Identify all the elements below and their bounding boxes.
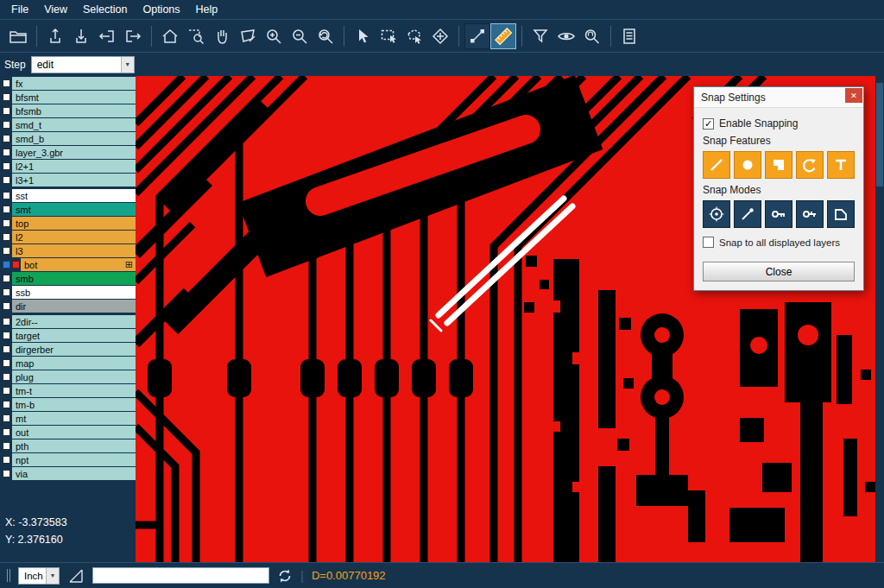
layer-row-layer_3.gbr[interactable]: layer_3.gbr	[0, 146, 136, 159]
layer-visibility-checkbox[interactable]	[3, 345, 10, 353]
layer-visibility-checkbox[interactable]	[3, 387, 10, 395]
layer-row-ssb[interactable]: ssb	[0, 286, 136, 299]
layer-row-via[interactable]: via	[0, 467, 136, 480]
view-options-button[interactable]	[553, 23, 579, 49]
layer-name-label[interactable]: l2	[12, 231, 136, 243]
command-input[interactable]	[92, 567, 269, 584]
angle-tool-icon[interactable]	[67, 567, 85, 585]
layer-name-label[interactable]: fx	[12, 77, 136, 90]
zoom-in-button[interactable]	[261, 23, 287, 49]
layer-visibility-checkbox[interactable]	[3, 428, 10, 436]
snap-dialog-titlebar[interactable]: Snap Settings	[694, 87, 863, 108]
layer-visibility-checkbox[interactable]	[3, 414, 10, 422]
snap-all-layers-checkbox[interactable]	[703, 237, 714, 248]
layer-name-label[interactable]: smd_t	[12, 118, 136, 131]
layer-visibility-checkbox[interactable]	[3, 149, 10, 156]
layer-name-label[interactable]: out	[12, 426, 136, 439]
layer-visibility-checkbox[interactable]	[3, 442, 10, 450]
layer-row-bfsmt[interactable]: bfsmt	[0, 91, 136, 104]
inspect-button[interactable]	[579, 23, 605, 49]
open-button[interactable]	[5, 23, 31, 49]
export-right-button[interactable]	[120, 23, 146, 49]
layer-row-l2+1[interactable]: l2+1	[0, 160, 136, 173]
layer-name-label[interactable]: npt	[12, 453, 136, 466]
layer-visibility-checkbox[interactable]	[3, 318, 10, 326]
layer-name-label[interactable]: tm-t	[12, 384, 136, 397]
layer-visibility-checkbox[interactable]	[3, 176, 10, 184]
transform-button[interactable]	[427, 23, 453, 49]
import-left-button[interactable]	[94, 23, 120, 49]
import-down-button[interactable]	[68, 23, 94, 49]
pan-button[interactable]	[209, 23, 235, 49]
layer-row-l2[interactable]: l2	[0, 231, 136, 243]
export-up-button[interactable]	[42, 23, 68, 49]
snap-close-button[interactable]: Close	[703, 262, 855, 281]
layer-visibility-checkbox[interactable]	[3, 332, 10, 339]
layer-visibility-checkbox[interactable]	[3, 275, 10, 282]
layer-visibility-checkbox[interactable]	[3, 93, 10, 101]
select-polygon-button[interactable]	[401, 23, 427, 49]
layer-visibility-checkbox[interactable]	[3, 162, 10, 170]
step-select[interactable]: edit ▼	[31, 56, 135, 73]
layer-row-sst[interactable]: sst	[0, 189, 136, 202]
layer-visibility-checkbox[interactable]	[3, 302, 10, 310]
layer-row-bot[interactable]: bot⊞	[0, 258, 136, 271]
select-rectangle-button[interactable]	[376, 23, 401, 49]
layer-name-label[interactable]: smb	[12, 272, 136, 285]
menu-view[interactable]: View	[36, 0, 75, 19]
unit-select[interactable]: Inch ▼	[18, 567, 60, 585]
layer-row-fx[interactable]: fx	[0, 77, 136, 90]
layer-name-label[interactable]: map	[12, 357, 136, 370]
layer-row-l3[interactable]: l3	[0, 244, 136, 257]
layer-visibility-checkbox[interactable]	[3, 107, 10, 115]
layer-name-label[interactable]: pth	[12, 439, 136, 452]
layer-name-label[interactable]: dirgerber	[12, 343, 136, 356]
layer-row-smb[interactable]: smb	[0, 272, 136, 285]
layer-visibility-checkbox[interactable]	[3, 79, 10, 87]
layer-row-tm-t[interactable]: tm-t	[0, 384, 136, 397]
layer-row-smd_t[interactable]: smd_t	[0, 118, 136, 131]
pcb-canvas[interactable]: Snap Settings ✕ ✓ Enable Snapping Snap F…	[136, 76, 884, 562]
layer-name-label[interactable]: ssb	[12, 286, 136, 299]
layer-name-label[interactable]: plug	[12, 370, 136, 383]
layer-row-smd_b[interactable]: smd_b	[0, 132, 136, 145]
snap-feature-surface-button[interactable]	[765, 151, 792, 179]
enable-snapping-checkbox[interactable]: ✓	[703, 118, 714, 130]
layer-row-plug[interactable]: plug	[0, 370, 136, 383]
layer-row-smt[interactable]: smt	[0, 203, 136, 216]
layer-row-2dir--[interactable]: 2dir--	[0, 315, 136, 328]
snap-feature-pad-button[interactable]	[734, 151, 761, 179]
layer-visibility-checkbox[interactable]	[3, 121, 10, 129]
snap-mode-key-vertical-button[interactable]	[796, 200, 824, 228]
snap-mode-key-horizontal-button[interactable]	[765, 200, 792, 228]
snap-mode-center-button[interactable]	[703, 200, 730, 228]
refresh-icon[interactable]	[277, 568, 293, 584]
layer-visibility-checkbox[interactable]	[3, 205, 10, 213]
line-tool-button[interactable]	[464, 23, 490, 49]
snap-mode-profile-button[interactable]	[827, 200, 855, 228]
layer-visibility-checkbox[interactable]	[3, 401, 10, 408]
layer-name-label[interactable]: mt	[12, 412, 136, 425]
layer-row-mt[interactable]: mt	[0, 412, 136, 425]
layer-name-label[interactable]: layer_3.gbr	[12, 146, 136, 159]
layer-visibility-checkbox[interactable]	[3, 456, 10, 464]
layer-visibility-checkbox[interactable]	[3, 373, 10, 381]
layer-name-label[interactable]: bfsmt	[12, 91, 136, 104]
close-icon[interactable]: ✕	[845, 88, 862, 103]
report-button[interactable]	[616, 23, 642, 49]
layer-visibility-checkbox[interactable]	[3, 470, 10, 477]
layer-row-target[interactable]: target	[0, 329, 136, 342]
layer-name-label[interactable]: l3+1	[12, 174, 136, 187]
menu-file[interactable]: File	[3, 0, 36, 19]
layer-row-dirgerber[interactable]: dirgerber	[0, 343, 136, 356]
layer-visibility-checkbox[interactable]	[3, 135, 10, 142]
layer-name-label[interactable]: 2dir--	[12, 315, 136, 328]
layer-name-label[interactable]: bot⊞	[21, 258, 136, 271]
scrollbar-thumb[interactable]	[876, 83, 883, 187]
layer-name-label[interactable]: l2+1	[12, 160, 136, 173]
filter-button[interactable]	[527, 23, 553, 49]
layer-row-map[interactable]: map	[0, 357, 136, 370]
layer-row-top[interactable]: top	[0, 217, 136, 230]
measure-tool-button[interactable]	[490, 23, 516, 49]
zoom-previous-button[interactable]	[313, 23, 338, 49]
